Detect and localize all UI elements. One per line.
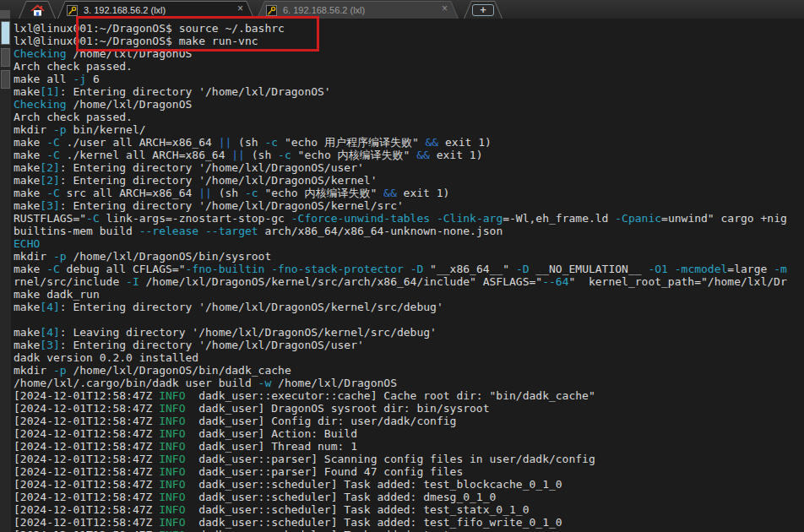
- terminal-line: [2024-12-01T12:58:47Z INFO dadk_user] Dr…: [14, 402, 804, 415]
- terminal-output[interactable]: lxl@linux001:~/DragonOS$ source ~/.bashr…: [11, 19, 804, 532]
- terminal-line: make all -j 6: [14, 73, 804, 85]
- close-icon[interactable]: ×: [237, 3, 243, 14]
- terminal-line: lxl@linux001:~/DragonOS$ make run-vnc: [14, 35, 804, 47]
- terminal-line: [2024-12-01T12:58:47Z INFO dadk_user::ex…: [14, 389, 804, 402]
- new-tab-button[interactable]: +: [464, 1, 502, 19]
- terminal-line: [2024-12-01T12:58:47Z INFO dadk_user::sc…: [14, 516, 804, 529]
- session-tab-label: 6. 192.168.56.2 (lxl): [283, 5, 365, 15]
- terminal-line: make[2]: Entering directory '/home/lxl/D…: [14, 161, 804, 174]
- terminal-line: builtins-mem build --release --target ar…: [14, 225, 804, 237]
- sidebar-button-active[interactable]: [1, 21, 10, 45]
- home-tab[interactable]: [19, 1, 56, 19]
- terminal-line: lxl@linux001:~/DragonOS$ source ~/.bashr…: [14, 22, 804, 35]
- terminal-line: [2024-12-01T12:58:47Z INFO dadk_user::pa…: [14, 465, 804, 478]
- plus-icon: +: [472, 4, 494, 16]
- terminal-line: rnel/src/include -I /home/lxl/DragonOS/k…: [14, 275, 804, 288]
- session-tab-label: 3. 192.168.56.2 (lxl): [84, 5, 166, 15]
- mobaxterm-window: 3. 192.168.56.2 (lxl)×6. 192.168.56.2 (l…: [0, 0, 804, 532]
- terminal-line: [2024-12-01T12:58:47Z INFO dadk_user] Ac…: [14, 427, 804, 440]
- window-corner-block: [0, 10, 10, 19]
- terminal-line: Checking /home/lxl/DragonOS: [14, 98, 804, 111]
- key-icon: [67, 5, 78, 16]
- terminal-line: [14, 313, 804, 326]
- terminal-line: [2024-12-01T12:58:47Z INFO dadk_user] Co…: [14, 415, 804, 427]
- tab-bar: 3. 192.168.56.2 (lxl)×6. 192.168.56.2 (l…: [0, 0, 804, 19]
- terminal-line: make -C debug all CFLAGS="-fno-builtin -…: [14, 263, 804, 275]
- terminal-line: [2024-12-01T12:58:47Z INFO dadk_user::sc…: [14, 491, 804, 503]
- terminal-line: make[4]: Leaving directory '/home/lxl/Dr…: [14, 326, 804, 339]
- session-tab-1[interactable]: 3. 192.168.56.2 (lxl)×: [57, 1, 254, 19]
- terminal-line: make[1]: Entering directory '/home/lxl/D…: [14, 85, 804, 98]
- terminal-line: make -C src all ARCH=x86_64 || (sh -c "e…: [14, 187, 804, 199]
- terminal-line: make[3]: Entering directory '/home/lxl/D…: [14, 199, 804, 212]
- terminal-line: make -C ./user all ARCH=x86_64 || (sh -c…: [14, 136, 804, 149]
- sidebar-button[interactable]: [1, 48, 10, 67]
- sidebar-button[interactable]: [1, 70, 10, 89]
- terminal-line: [2024-12-01T12:58:47Z INFO dadk_user] Th…: [14, 440, 804, 453]
- terminal-line: make[4]: Entering directory '/home/lxl/D…: [14, 301, 804, 313]
- left-sidebar-strip: [0, 19, 11, 532]
- terminal-line: mkdir -p /home/lxl/DragonOS/bin/dadk_cac…: [14, 364, 804, 377]
- terminal-line: Checking /home/lxl/DragonOS: [14, 47, 804, 60]
- terminal-line: ECHO: [14, 237, 804, 250]
- terminal-line: make[2]: Entering directory '/home/lxl/D…: [14, 174, 804, 187]
- terminal-line: dadk version 0.2.0 installed: [14, 351, 804, 364]
- terminal-line: Arch check passed.: [14, 60, 804, 73]
- session-tab-2[interactable]: 6. 192.168.56.2 (lxl)×: [257, 1, 459, 19]
- close-icon[interactable]: ×: [442, 3, 448, 14]
- terminal-line: mkdir -p /home/lxl/DragonOS/bin/sysroot: [14, 250, 804, 263]
- terminal-line: [2024-12-01T12:58:47Z INFO dadk_user::sc…: [14, 503, 804, 516]
- terminal-line: mkdir -p bin/kernel/: [14, 123, 804, 136]
- key-icon: [266, 5, 277, 16]
- terminal-line: make[3]: Entering directory '/home/lxl/D…: [14, 339, 804, 351]
- terminal-line: [2024-12-01T12:58:47Z INFO dadk_user::sc…: [14, 478, 804, 491]
- terminal-line: [2024-12-01T12:58:47Z INFO dadk_user::sc…: [14, 529, 804, 532]
- terminal-line: RUSTFLAGS="-C link-args=-znostart-stop-g…: [14, 212, 804, 225]
- terminal-line: make -C ./kernel all ARCH=x86_64 || (sh …: [14, 149, 804, 161]
- terminal-line: [2024-12-01T12:58:47Z INFO dadk_user::pa…: [14, 453, 804, 465]
- terminal-line: make dadk_run: [14, 288, 804, 301]
- terminal-line: /home/lxl/.cargo/bin/dadk user build -w …: [14, 377, 804, 389]
- home-icon: [30, 4, 45, 17]
- terminal-line: Arch check passed.: [14, 111, 804, 123]
